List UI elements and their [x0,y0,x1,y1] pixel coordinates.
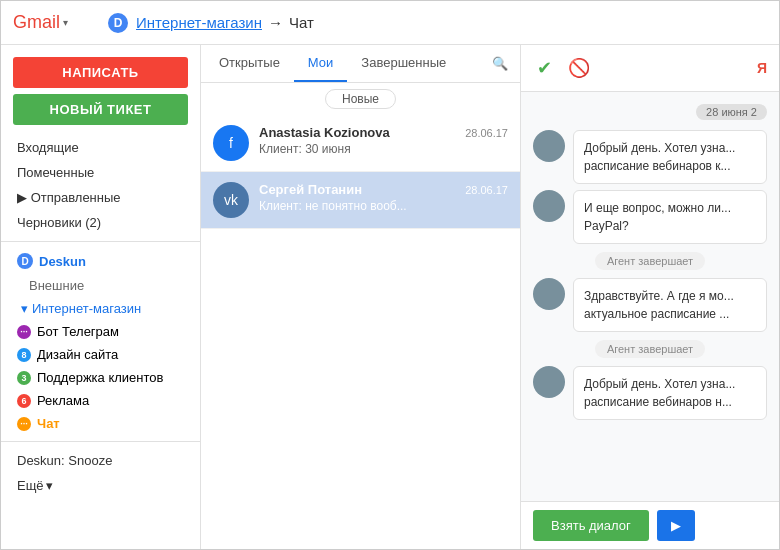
chat-dot: ··· [17,417,31,431]
new-badge: Новые [201,83,520,115]
sidebar-item-drafts[interactable]: Черновики (2) [1,210,200,235]
inbox-label: Входящие [17,140,79,155]
sidebar-divider2 [1,441,200,442]
sidebar-item-sent[interactable]: ▶ Отправленные [1,185,200,210]
breadcrumb-deskun[interactable]: Интернет-магазин [136,14,262,31]
msg-avatar-2 [533,190,565,222]
sidebar-label-bot-telegram[interactable]: ··· Бот Телеграм [1,320,200,343]
msg-avatar-3 [533,278,565,310]
bot-telegram-label: Бот Телеграм [37,324,119,339]
sidebar-label-support[interactable]: 3 Поддержка клиентов [1,366,200,389]
msg-bubble-2: И еще вопрос, можно ли... PayPal? [573,190,767,244]
right-panel: ✔ 🚫 Я 28 июня 2 Добрый день. Хотел узна.… [521,45,779,549]
design-label: Дизайн сайта [37,347,118,362]
message-row-2: И еще вопрос, можно ли... PayPal? [533,190,767,244]
reklama-label: Реклама [37,393,89,408]
conversation-item-1[interactable]: f Anastasia Kozionova 28.06.17 Клиент: 3… [201,115,520,172]
bot-telegram-dot: ··· [17,325,31,339]
deskun-d-icon: D [108,13,128,33]
support-label: Поддержка клиентов [37,370,163,385]
avatar-1: f [213,125,249,161]
conv-content-2: Сергей Потанин 28.06.17 Клиент: не понят… [259,182,508,213]
footer-blue-button[interactable]: ▶ [657,510,695,541]
sidebar: НАПИСАТЬ НОВЫЙ ТИКЕТ Входящие Помеченные… [1,45,201,549]
breadcrumb: D Интернет-магазин → Чат [108,13,314,33]
tabs-bar: Открытые Мои Завершенные 🔍 [201,45,520,83]
message-row-3: Здравствуйте. А где я мо... актуальное р… [533,278,767,332]
sidebar-divider [1,241,200,242]
sidebar-external: Внешние [1,274,200,297]
conv-name-1: Anastasia Kozionova [259,125,390,140]
middle-panel: Открытые Мои Завершенные 🔍 Новые f [201,45,521,549]
tab-completed[interactable]: Завершенные [347,45,460,82]
starred-label: Помеченные [17,165,94,180]
user-label: Я [757,60,767,76]
message-row-4: Добрый день. Хотел узна... расписание ве… [533,366,767,420]
msg-bubble-1: Добрый день. Хотел узна... расписание ве… [573,130,767,184]
conv-date-2: 28.06.17 [465,184,508,196]
conv-header-2: Сергей Потанин 28.06.17 [259,182,508,197]
sidebar-item-inbox[interactable]: Входящие [1,135,200,160]
agent-note-2: Агент завершает [595,340,705,358]
sidebar-label-design[interactable]: 8 Дизайн сайта [1,343,200,366]
msg-bubble-4: Добрый день. Хотел узна... расписание ве… [573,366,767,420]
support-dot: 3 [17,371,31,385]
breadcrumb-arrow: → [268,14,283,31]
sent-label: ▶ Отправленные [17,190,121,205]
take-dialog-button[interactable]: Взять диалог [533,510,649,541]
sidebar-internet-store[interactable]: ▾ Интернет-магазин [1,297,200,320]
conversation-list: f Anastasia Kozionova 28.06.17 Клиент: 3… [201,115,520,549]
msg-avatar-1 [533,130,565,162]
sidebar-snooze: Deskun: Snooze [1,448,200,473]
msg-avatar-4 [533,366,565,398]
drafts-label: Черновики (2) [17,215,101,230]
internet-store-label: Интернет-магазин [32,301,141,316]
deskun-icon: D [17,253,33,269]
gmail-dropdown-icon: ▾ [63,17,68,28]
top-bar: Gmail ▾ D Интернет-магазин → Чат [1,1,779,45]
agent-note-1: Агент завершает [595,252,705,270]
new-section-label: Новые [325,89,396,109]
date-sep-text: 28 июня 2 [696,104,767,120]
message-row-1: Добрый день. Хотел узна... расписание ве… [533,130,767,184]
more-dropdown-icon: ▾ [46,478,53,493]
conv-date-1: 28.06.17 [465,127,508,139]
check-icon[interactable]: ✔ [533,53,556,83]
conv-preview-2: Клиент: не понятно вооб... [259,199,508,213]
chat-label: Чат [37,416,60,431]
search-icon[interactable]: 🔍 [484,50,516,77]
conv-name-2: Сергей Потанин [259,182,362,197]
conv-preview-1: Клиент: 30 июня [259,142,508,156]
new-ticket-button[interactable]: НОВЫЙ ТИКЕТ [13,94,188,125]
avatar-2: vk [213,182,249,218]
compose-button[interactable]: НАПИСАТЬ [13,57,188,88]
date-separator: 28 июня 2 [533,100,767,124]
sidebar-label-reklama[interactable]: 6 Реклама [1,389,200,412]
conv-header-1: Anastasia Kozionova 28.06.17 [259,125,508,140]
conversation-item-2[interactable]: vk Сергей Потанин 28.06.17 Клиент: не по… [201,172,520,229]
sidebar-item-starred[interactable]: Помеченные [1,160,200,185]
tab-open[interactable]: Открытые [205,45,294,82]
deskun-label: Deskun [39,254,86,269]
gmail-label: Gmail [13,12,60,33]
sidebar-deskun[interactable]: D Deskun [1,248,200,274]
breadcrumb-current: Чат [289,14,314,31]
messages-area: 28 июня 2 Добрый день. Хотел узна... рас… [521,92,779,501]
msg-bubble-3: Здравствуйте. А где я мо... актуальное р… [573,278,767,332]
gmail-logo[interactable]: Gmail ▾ [13,12,68,33]
reklama-dot: 6 [17,394,31,408]
sidebar-label-chat[interactable]: ··· Чат [1,412,200,435]
tab-mine[interactable]: Мои [294,45,347,82]
block-icon[interactable]: 🚫 [564,53,594,83]
conv-content-1: Anastasia Kozionova 28.06.17 Клиент: 30 … [259,125,508,156]
sidebar-more[interactable]: Ещё ▾ [1,473,200,498]
design-dot: 8 [17,348,31,362]
right-footer: Взять диалог ▶ [521,501,779,549]
right-toolbar: ✔ 🚫 Я [521,45,779,92]
